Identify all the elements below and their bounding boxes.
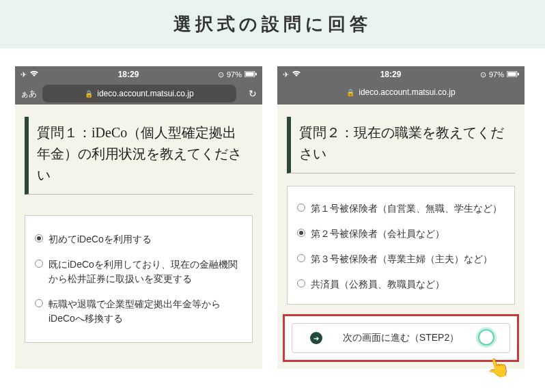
lock-icon [85, 89, 93, 98]
status-time: 18:29 [301, 70, 480, 79]
radio-icon [297, 254, 305, 262]
next-step-highlight: ➔ 次の画面に進む（STEP2） 👆 [283, 314, 519, 362]
option-label: 初めてiDeCoを利用する [48, 232, 152, 247]
battery-text: 97% [227, 70, 242, 79]
radio-icon [35, 234, 43, 242]
options-card: 初めてiDeCoを利用する 既にiDeCoを利用しており、現在の金融機関から松井… [25, 215, 253, 343]
alarm-icon: ⊙ [480, 70, 486, 79]
radio-option[interactable]: 共済員（公務員、教職員など） [297, 272, 505, 297]
battery-text: 97% [489, 70, 504, 79]
option-label: 転職や退職で企業型確定拠出年金等からiDeCoへ移換する [48, 297, 242, 326]
url-field[interactable]: ideco.account.matsui.co.jp [283, 83, 519, 101]
question-title: 質問２：現在の職業を教えてください [287, 117, 515, 173]
lock-icon [346, 87, 354, 97]
svg-rect-4 [508, 72, 516, 76]
status-time: 18:29 [39, 70, 218, 79]
radio-option[interactable]: 既にiDeCoを利用しており、現在の金融機関から松井証券に取扱いを変更する [35, 252, 242, 292]
url-text: ideco.account.matsui.co.jp [359, 87, 455, 97]
wifi-icon [292, 70, 301, 79]
airplane-mode-icon: ✈ [20, 70, 27, 79]
option-label: 第３号被保険者（専業主婦（主夫）など） [311, 252, 492, 266]
radio-option[interactable]: 初めてiDeCoを利用する [35, 227, 242, 252]
alarm-icon: ⊙ [218, 70, 224, 79]
pointing-hand-icon: 👆 [484, 354, 512, 382]
radio-icon [297, 279, 305, 288]
url-text: ideco.account.matsui.co.jp [97, 89, 193, 98]
status-bar: ✈ 18:29 ⊙ 97% [277, 66, 525, 83]
radio-icon [297, 204, 305, 212]
radio-option[interactable]: 転職や退職で企業型確定拠出年金等からiDeCoへ移換する [35, 292, 242, 331]
battery-icon [244, 70, 257, 79]
radio-option[interactable]: 第２号被保険者（会社員など） [297, 221, 505, 247]
svg-rect-5 [518, 73, 519, 76]
option-label: 第２号被保険者（会社員など） [311, 227, 445, 241]
option-label: 第１号被保険者（自営業、無職、学生など） [311, 201, 502, 216]
panels: ✈ 18:29 ⊙ 97% ぁあ ideco.account.matsui.co… [0, 48, 545, 387]
radio-icon [35, 260, 43, 268]
screenshot-left: ✈ 18:29 ⊙ 97% ぁあ ideco.account.matsui.co… [15, 66, 262, 369]
svg-rect-1 [246, 72, 254, 76]
question-card: 質問２：現在の職業を教えてください [287, 117, 515, 173]
radio-option[interactable]: 第１号被保険者（自営業、無職、学生など） [297, 196, 505, 221]
radio-icon [297, 229, 305, 237]
svg-rect-2 [255, 73, 257, 76]
address-bar: ぁあ ideco.account.matsui.co.jp ↻ [15, 83, 262, 104]
screenshot-right: ✈ 18:29 ⊙ 97% ideco.account.matsui.co.jp [277, 66, 525, 369]
reader-mode-button[interactable]: ぁあ [20, 88, 37, 100]
radio-icon [35, 299, 43, 307]
question-card: 質問１：iDeCo（個人型確定拠出年金）の利用状況を教えてください [25, 117, 253, 195]
refresh-button[interactable]: ↻ [242, 88, 257, 99]
wifi-icon [29, 70, 39, 79]
airplane-mode-icon: ✈ [283, 70, 289, 79]
header-band: 選択式の設問に回答 [0, 0, 545, 48]
options-card: 第１号被保険者（自営業、無職、学生など） 第２号被保険者（会社員など） 第３号被… [287, 186, 515, 305]
arrow-right-icon: ➔ [310, 332, 322, 344]
url-field[interactable]: ideco.account.matsui.co.jp [42, 85, 236, 102]
battery-icon [507, 70, 519, 79]
question-title: 質問１：iDeCo（個人型確定拠出年金）の利用状況を教えてください [25, 117, 253, 195]
next-step-button[interactable]: ➔ 次の画面に進む（STEP2） [292, 323, 510, 353]
page-title: 選択式の設問に回答 [0, 12, 545, 36]
address-bar: ideco.account.matsui.co.jp [277, 83, 525, 104]
radio-option[interactable]: 第３号被保険者（専業主婦（主夫）など） [297, 247, 505, 272]
option-label: 共済員（公務員、教職員など） [311, 277, 445, 292]
option-label: 既にiDeCoを利用しており、現在の金融機関から松井証券に取扱いを変更する [48, 257, 242, 286]
status-bar: ✈ 18:29 ⊙ 97% [15, 66, 262, 83]
tap-target-icon [478, 329, 494, 346]
next-step-label: 次の画面に進む（STEP2） [343, 332, 459, 344]
